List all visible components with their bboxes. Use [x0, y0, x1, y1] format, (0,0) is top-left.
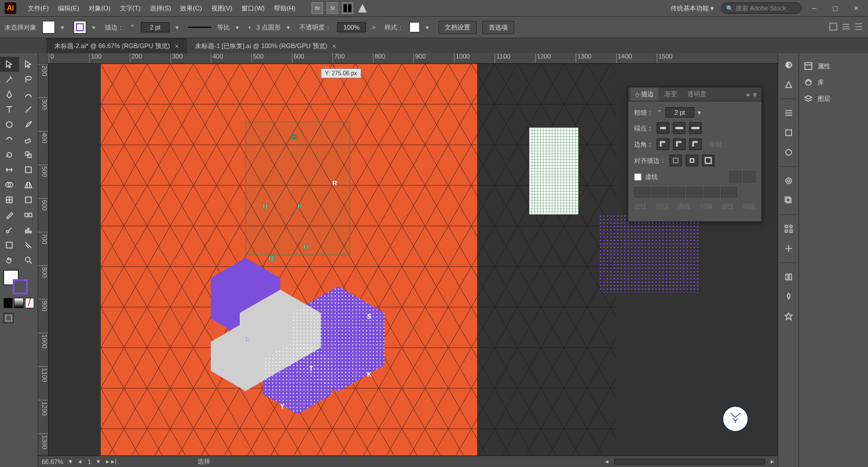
cap-square-icon[interactable] [689, 122, 702, 134]
artboard-nav-page[interactable]: 1 [87, 458, 91, 465]
pattern-swatch-purple[interactable] [599, 214, 700, 293]
color-guide-icon[interactable] [778, 76, 799, 93]
mesh-tool[interactable] [0, 192, 19, 207]
align-inside-icon[interactable] [686, 155, 698, 166]
panel-collapse-icon[interactable]: » [746, 91, 749, 98]
properties-panel-button[interactable]: 属性 [803, 58, 865, 74]
menu-view[interactable]: 视图(V) [207, 2, 237, 15]
workspace-switcher[interactable]: 传统基本功能 ▾ [667, 4, 717, 13]
hand-tool[interactable] [0, 253, 19, 268]
menu-type[interactable]: 文字(T) [115, 2, 145, 15]
stock-button[interactable]: St [327, 2, 338, 14]
panel-tab-stroke[interactable]: ◇ 描边 [631, 87, 658, 101]
gpu-icon[interactable] [357, 2, 368, 14]
brush-label[interactable]: 3 点圆形 [257, 23, 281, 32]
menu-help[interactable]: 帮助(H) [269, 2, 300, 15]
arrange-documents-button[interactable] [342, 2, 353, 14]
rotate-tool[interactable] [0, 147, 19, 162]
document-setup-button[interactable]: 文档设置 [438, 21, 477, 34]
join-miter-icon[interactable] [657, 138, 669, 150]
transform-icon[interactable] [841, 22, 851, 32]
panel-menu-icon[interactable] [854, 22, 863, 32]
appearance-panel-icon[interactable] [778, 269, 799, 285]
symbols-icon[interactable] [778, 308, 799, 324]
direct-selection-tool[interactable] [19, 57, 38, 72]
close-button[interactable]: ✕ [847, 2, 865, 14]
symbols-panel-icon[interactable] [778, 173, 799, 189]
transform-panel-icon[interactable] [778, 192, 799, 209]
color-mode-gradient[interactable] [14, 298, 23, 308]
doc-tab-1[interactable]: 未标题-2.ai* @ 66.67% (RGB/GPU 预览) × [46, 38, 187, 53]
join-bevel-icon[interactable] [689, 138, 702, 150]
color-panel-icon[interactable] [778, 57, 799, 73]
menu-edit[interactable]: 编辑(E) [53, 2, 84, 15]
panel-tab-gradient[interactable]: 渐变 [660, 87, 682, 101]
opacity-input[interactable] [337, 22, 366, 32]
menu-object[interactable]: 对象(O) [84, 2, 115, 15]
stroke-color-icon[interactable] [13, 279, 28, 294]
horizontal-ruler[interactable]: 0100200300400500600700800900100011001200… [38, 53, 778, 64]
column-graph-tool[interactable] [19, 222, 38, 238]
align-center-icon[interactable] [669, 155, 682, 166]
dashed-checkbox[interactable] [634, 173, 642, 181]
lasso-tool[interactable] [19, 72, 38, 87]
zoom-level[interactable]: 66.67% [42, 458, 63, 465]
join-round-icon[interactable] [673, 138, 686, 150]
pathfinder-panel-icon[interactable] [778, 240, 799, 257]
artboard-tool[interactable] [0, 238, 19, 253]
stroke-swatch[interactable] [74, 21, 86, 34]
free-transform-tool[interactable] [19, 162, 38, 177]
menu-effect[interactable]: 效果(C) [175, 2, 206, 15]
scale-tool[interactable] [19, 147, 38, 162]
fill-stroke-indicator[interactable] [0, 268, 38, 297]
profile-label[interactable]: 等比 [217, 23, 230, 32]
stroke-profile-icon[interactable] [188, 27, 211, 28]
align-icon[interactable] [829, 22, 838, 32]
magic-wand-tool[interactable] [0, 72, 19, 87]
search-adobe-stock[interactable]: 🔍 搜索 Adobe Stock [721, 2, 802, 14]
shaper-tool[interactable] [0, 132, 19, 147]
perspective-grid-tool[interactable] [19, 177, 38, 192]
align-outside-icon[interactable] [702, 155, 715, 166]
color-mode-none[interactable]: / [25, 298, 34, 308]
line-tool[interactable] [19, 102, 38, 117]
eyedropper-tool[interactable] [0, 207, 19, 222]
width-tool[interactable] [0, 162, 19, 177]
style-swatch[interactable] [409, 22, 420, 32]
symbol-sprayer-tool[interactable] [0, 222, 19, 238]
layers-panel-button[interactable]: 图层 [803, 90, 865, 107]
cap-round-icon[interactable] [673, 122, 686, 134]
ellipse-tool[interactable] [0, 117, 19, 132]
stroke-weight-input[interactable] [141, 22, 170, 32]
tab-close-icon[interactable]: × [332, 42, 336, 50]
align-panel-icon[interactable] [778, 221, 799, 237]
screen-mode-normal[interactable] [3, 313, 14, 323]
blend-tool[interactable] [19, 207, 38, 222]
shape-builder-tool[interactable] [0, 177, 19, 192]
maximize-button[interactable]: ▢ [826, 2, 844, 14]
menu-select[interactable]: 选择(S) [145, 2, 176, 15]
color-mode-solid[interactable] [3, 298, 13, 308]
graphic-styles-panel-icon[interactable] [778, 289, 799, 305]
menu-window[interactable]: 窗口(W) [237, 2, 269, 15]
tab-close-icon[interactable]: × [174, 42, 179, 50]
eraser-tool[interactable] [19, 132, 38, 147]
swatches-panel-icon[interactable] [778, 125, 799, 141]
brushes-panel-icon[interactable] [778, 144, 799, 160]
libraries-panel-button[interactable]: 库 [803, 74, 865, 90]
type-tool[interactable] [0, 102, 19, 117]
stroke-panel-icon[interactable] [778, 105, 799, 121]
horizontal-scrollbar[interactable] [614, 459, 765, 465]
fill-swatch[interactable] [42, 21, 55, 34]
zoom-tool[interactable] [19, 253, 38, 268]
stroke-weight-field[interactable] [665, 107, 694, 118]
doc-tab-2[interactable]: 未标题-1 [已恢复].ai @ 100% (RGB/GPU 预览) × [187, 39, 345, 53]
panel-menu-icon[interactable]: ≡ [751, 91, 759, 98]
pattern-swatch-green[interactable] [529, 127, 578, 214]
paintbrush-tool[interactable] [19, 117, 38, 132]
menu-file[interactable]: 文件(F) [23, 2, 53, 15]
panel-tab-transparency[interactable]: 透明度 [683, 87, 711, 101]
selection-tool[interactable] [0, 57, 19, 72]
vertical-ruler[interactable]: 2003004005006007008009001000110012001300 [38, 64, 49, 455]
cap-butt-icon[interactable] [657, 122, 669, 134]
